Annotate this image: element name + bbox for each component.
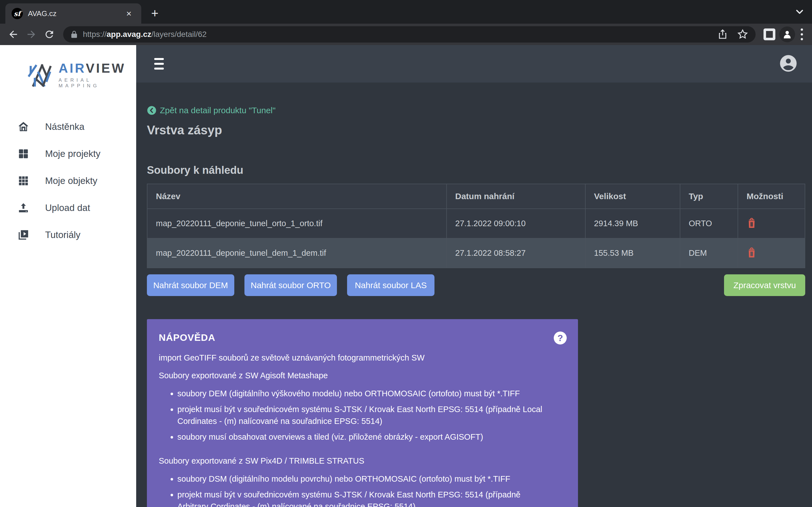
url-text: https://app.avag.cz/layers/detail/62 (83, 30, 207, 39)
help-bullet: soubory musí obsahovat overviews a tiled… (177, 431, 544, 443)
new-tab-button[interactable]: + (147, 5, 163, 21)
trash-icon (747, 247, 757, 258)
video-tutorials-icon (17, 229, 29, 241)
app-header (136, 45, 812, 82)
file-type-cell: ORTO (680, 209, 738, 238)
airview-logo-text: AIRVIEW AERIAL MAPPING (59, 62, 136, 89)
help-section-heading: Soubory exportované z SW Agisoft Metasha… (159, 371, 544, 380)
file-size-cell: 2914.39 MB (585, 209, 680, 238)
trash-icon (747, 217, 757, 229)
sidebar-item-nastenka[interactable]: Nástěnka (0, 113, 136, 140)
browser-menu-icon[interactable] (797, 29, 807, 40)
back-to-product-link[interactable]: Zpět na detail produktu "Tunel" (147, 106, 275, 115)
help-bullet: projekt musí být v souřednicovém systému… (177, 489, 544, 507)
file-actions-cell (738, 238, 805, 268)
help-bullet: soubory DEM (digitálního výškového model… (177, 388, 544, 399)
sidebar-item-label: Tutoriály (45, 230, 80, 240)
help-section-heading: Soubory exportované z SW Pix4D / TRIMBLE… (159, 456, 544, 466)
main-area: Zpět na detail produktu "Tunel" Vrstva z… (136, 45, 812, 507)
page-title: Vrstva zásyp (147, 123, 805, 137)
grid-3x3-icon (17, 175, 29, 187)
file-name-cell: map_20220111_deponie_tunel_dem_1_dem.tif (147, 238, 447, 268)
home-icon (17, 121, 29, 133)
column-header-datum: Datum nahrání (447, 184, 585, 209)
content: Zpět na detail produktu "Tunel" Vrstva z… (136, 82, 812, 507)
sidebar-item-label: Moje projekty (45, 149, 100, 159)
sidebar-nav: Nástěnka Moje projekty Moje objekty (0, 113, 136, 248)
sidebar-item-label: Upload dat (45, 203, 90, 213)
back-link-label: Zpět na detail produktu "Tunel" (160, 106, 275, 115)
help-bullet-list: soubory DSM (digitálního modelu povrchu)… (159, 473, 544, 507)
help-section: Soubory exportované z SW Pix4D / TRIMBLE… (159, 456, 544, 507)
upload-orto-button[interactable]: Nahrát soubor ORTO (245, 274, 337, 296)
sidebar-item-label: Nástěnka (45, 121, 84, 132)
files-table-body: map_20220111_deponie_tunel_orto_1_orto.t… (147, 209, 805, 268)
grid-2x2-icon (17, 148, 29, 160)
browser-tab-strip: sf AVAG.cz × + (0, 0, 812, 24)
file-name-cell: map_20220111_deponie_tunel_orto_1_orto.t… (147, 209, 447, 238)
column-header-moznosti: Možnosti (738, 184, 805, 209)
tab-title: AVAG.cz (28, 9, 123, 18)
forward-icon[interactable] (23, 26, 40, 43)
browser-profile-avatar[interactable] (779, 26, 795, 42)
upload-las-button[interactable]: Nahrát soubor LAS (347, 274, 435, 296)
help-sections: Soubory exportované z SW Agisoft Metasha… (159, 371, 544, 507)
sidebar-item-upload-dat[interactable]: Upload dat (0, 194, 136, 221)
site-favicon: sf (11, 8, 23, 19)
question-mark-icon[interactable]: ? (554, 332, 567, 344)
table-row: map_20220111_deponie_tunel_orto_1_orto.t… (147, 209, 805, 238)
help-intro: import GeoTIFF souborů ze světově uznáva… (159, 353, 544, 362)
menu-hamburger-icon[interactable] (154, 58, 164, 69)
file-actions-cell (738, 209, 805, 238)
delete-file-button[interactable] (747, 217, 757, 230)
back-icon[interactable] (5, 26, 21, 43)
browser-toolbar: https://app.avag.cz/layers/detail/62 (0, 24, 812, 45)
column-header-typ: Typ (680, 184, 738, 209)
actions-row: Nahrát soubor DEM Nahrát soubor ORTO Nah… (147, 274, 805, 296)
help-title: NÁPOVĚDA (159, 332, 544, 343)
help-panel: ? NÁPOVĚDA import GeoTIFF souborů ze svě… (147, 319, 578, 507)
sidebar-item-moje-objekty[interactable]: Moje objekty (0, 167, 136, 194)
url-bar[interactable]: https://app.avag.cz/layers/detail/62 (63, 26, 756, 43)
airview-logo-mark (27, 62, 53, 88)
column-header-velikost: Velikost (585, 184, 680, 209)
help-bullet-list: soubory DEM (digitálního výškového model… (159, 388, 544, 443)
lock-icon (70, 30, 79, 39)
sidebar: AIRVIEW AERIAL MAPPING Nástěnka Moje pro… (0, 45, 136, 507)
help-bullet: projekt musí být v souřednicovém systému… (177, 403, 544, 427)
bookmark-star-icon[interactable] (737, 28, 749, 41)
file-date-cell: 27.1.2022 08:58:27 (447, 238, 585, 268)
browser-tab[interactable]: sf AVAG.cz × (5, 3, 141, 24)
table-row: map_20220111_deponie_tunel_dem_1_dem.tif… (147, 238, 805, 268)
upload-icon (17, 202, 29, 214)
delete-file-button[interactable] (747, 247, 757, 259)
upload-dem-button[interactable]: Nahrát soubor DEM (147, 274, 234, 296)
chevron-left-circle-icon (147, 106, 156, 115)
sidebar-item-label: Moje objekty (45, 175, 97, 186)
share-icon[interactable] (717, 29, 728, 40)
airview-logo[interactable]: AIRVIEW AERIAL MAPPING (0, 54, 136, 96)
file-type-cell: DEM (680, 238, 738, 268)
section-title: Soubory k náhledu (147, 164, 805, 176)
sidebar-item-moje-projekty[interactable]: Moje projekty (0, 140, 136, 167)
web-page: AIRVIEW AERIAL MAPPING Nástěnka Moje pro… (0, 45, 812, 507)
sidebar-item-tutorialy[interactable]: Tutoriály (0, 221, 136, 248)
files-table: Název Datum nahrání Velikost Typ Možnost… (147, 184, 805, 268)
tab-search-chevron-icon[interactable] (794, 6, 805, 18)
user-avatar[interactable] (779, 54, 798, 74)
help-section: Soubory exportované z SW Agisoft Metasha… (159, 371, 544, 443)
process-layer-button[interactable]: Zpracovat vrstvu (724, 274, 805, 296)
file-size-cell: 155.53 MB (585, 238, 680, 268)
tab-close-icon[interactable]: × (123, 7, 135, 20)
reload-icon[interactable] (41, 26, 57, 43)
column-header-nazev: Název (147, 184, 447, 209)
files-table-header-row: Název Datum nahrání Velikost Typ Možnost… (147, 184, 805, 209)
side-panel-icon[interactable] (761, 26, 777, 43)
file-date-cell: 27.1.2022 09:00:10 (447, 209, 585, 238)
help-bullet: soubory DSM (digitálního modelu povrchu)… (177, 473, 544, 485)
